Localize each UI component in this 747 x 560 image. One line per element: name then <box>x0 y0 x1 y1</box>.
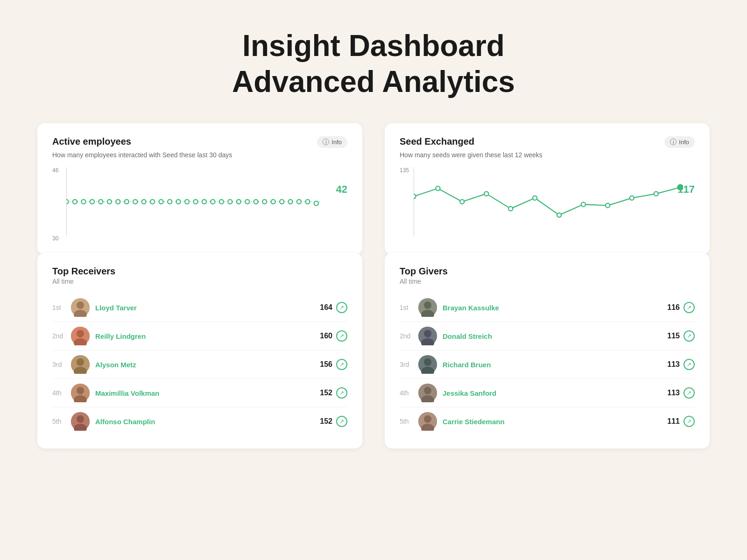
svg-point-6 <box>99 200 103 204</box>
svg-point-19 <box>211 200 215 204</box>
score-value: 113 <box>667 360 680 369</box>
svg-point-2 <box>66 200 69 204</box>
top-receivers-list: 1st Lloyd Tarver 164 ↗ 2nd <box>52 294 347 435</box>
svg-point-34 <box>436 186 440 190</box>
score-value: 156 <box>320 360 332 369</box>
score-value: 115 <box>667 332 680 340</box>
svg-point-67 <box>424 358 431 366</box>
svg-point-64 <box>424 330 431 337</box>
seed-exchanged-svg <box>414 167 683 242</box>
svg-point-23 <box>245 200 249 204</box>
list-item: 5th Alfonso Champlin 152 ↗ <box>52 407 347 435</box>
score-value: 152 <box>320 389 332 397</box>
avatar <box>71 298 90 317</box>
svg-point-35 <box>460 200 464 204</box>
svg-point-10 <box>133 200 137 204</box>
score-area: 115 ↗ <box>667 330 695 342</box>
svg-point-28 <box>288 200 292 204</box>
svg-point-4 <box>81 200 85 204</box>
svg-point-61 <box>424 301 431 309</box>
svg-point-18 <box>202 200 206 204</box>
svg-point-11 <box>142 200 146 204</box>
svg-point-31 <box>314 201 318 205</box>
svg-point-40 <box>581 203 585 207</box>
svg-point-44 <box>677 185 683 190</box>
info-label-2: Info <box>679 139 689 146</box>
score-value: 113 <box>667 389 680 397</box>
chart-end-value: 42 <box>336 183 347 196</box>
info-label: Info <box>331 139 342 146</box>
person-name: Richard Bruen <box>443 361 667 369</box>
avatar <box>71 355 90 374</box>
score-value: 116 <box>667 303 680 312</box>
score-value: 152 <box>320 417 332 426</box>
score-area: 113 ↗ <box>667 387 695 399</box>
list-item: 1st Brayan Kassulke 116 ↗ <box>400 294 695 322</box>
avatar <box>418 412 437 431</box>
rank: 5th <box>52 418 71 425</box>
svg-point-7 <box>107 200 112 204</box>
score-value: 160 <box>320 332 332 340</box>
active-employees-info-button[interactable]: i Info <box>317 136 347 148</box>
svg-point-33 <box>414 194 416 198</box>
avatar <box>71 327 90 345</box>
svg-point-8 <box>116 200 120 204</box>
person-name: Brayan Kassulke <box>443 304 667 312</box>
rank: 2nd <box>52 332 71 340</box>
svg-point-12 <box>150 200 155 204</box>
page-header: Insight Dashboard Advanced Analytics <box>0 0 747 123</box>
active-employees-card: Active employees i Info How many employe… <box>37 123 362 255</box>
rank: 4th <box>400 389 418 397</box>
avatar <box>418 384 437 402</box>
score-area: 156 ↗ <box>320 359 347 370</box>
list-item: 3rd Alyson Metz 156 ↗ <box>52 350 347 379</box>
rank: 3rd <box>52 361 71 368</box>
top-givers-title: Top Givers <box>400 266 695 277</box>
svg-point-73 <box>424 415 431 423</box>
seed-exchanged-chart: 135 117 <box>400 167 695 242</box>
list-item: 5th Carrie Stiedemann 111 ↗ <box>400 407 695 435</box>
y-axis-bottom: 30 <box>52 235 58 242</box>
svg-point-55 <box>77 387 84 394</box>
rank: 1st <box>52 304 71 311</box>
svg-point-30 <box>305 200 310 204</box>
top-givers-card: Top Givers All time 1st Brayan Kassulke … <box>385 253 710 448</box>
svg-point-16 <box>185 200 189 204</box>
rank: 1st <box>400 304 418 311</box>
seed-icon: ↗ <box>684 416 695 427</box>
top-receivers-card: Top Receivers All time 1st Lloyd Tarver … <box>37 253 362 448</box>
active-employees-header: Active employees i Info <box>52 136 347 148</box>
score-value: 111 <box>667 417 680 426</box>
svg-point-29 <box>297 200 301 204</box>
seed-icon: ↗ <box>684 359 695 370</box>
list-item: 4th Maximillia Volkman 152 ↗ <box>52 379 347 407</box>
seed-exchanged-card: Seed Exchanged i Info How many seeds wer… <box>385 123 710 255</box>
avatar <box>71 412 90 431</box>
active-employees-chart: 46 30 42 <box>52 167 347 242</box>
svg-point-14 <box>168 200 172 204</box>
svg-point-22 <box>237 200 241 204</box>
rank: 4th <box>52 389 71 397</box>
score-area: 111 ↗ <box>667 416 695 427</box>
seed-icon: ↗ <box>336 359 347 370</box>
svg-point-42 <box>630 196 634 200</box>
person-name: Reilly Lindgren <box>95 332 320 340</box>
svg-point-13 <box>159 200 163 204</box>
seed-icon: ↗ <box>336 330 347 342</box>
seed-exchanged-info-button[interactable]: i Info <box>664 136 695 148</box>
active-employees-svg <box>66 167 336 242</box>
top-givers-list: 1st Brayan Kassulke 116 ↗ 2nd <box>400 294 695 435</box>
person-name: Carrie Stiedemann <box>443 418 667 426</box>
seed-icon: ↗ <box>684 387 695 399</box>
svg-point-70 <box>424 387 431 394</box>
svg-point-21 <box>228 200 232 204</box>
svg-point-37 <box>508 207 513 211</box>
svg-point-25 <box>262 200 267 204</box>
list-item: 3rd Richard Bruen 113 ↗ <box>400 350 695 379</box>
score-area: 160 ↗ <box>320 330 347 342</box>
list-item: 4th Jessika Sanford 113 ↗ <box>400 379 695 407</box>
score-value: 164 <box>320 303 332 312</box>
person-name: Jessika Sanford <box>443 389 667 397</box>
rank: 2nd <box>400 332 418 340</box>
svg-point-3 <box>73 200 77 204</box>
